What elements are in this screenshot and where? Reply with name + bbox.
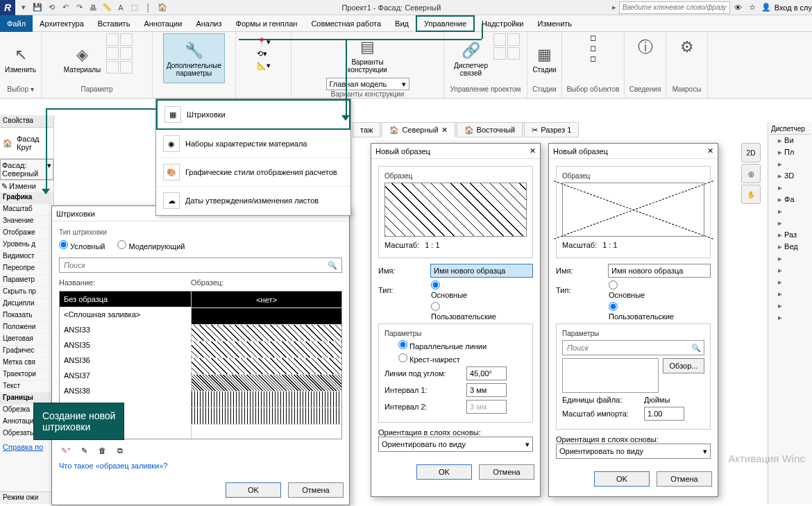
menu-modify[interactable]: Изменить <box>530 15 579 32</box>
phases-button[interactable]: ▦Стадии <box>530 33 559 83</box>
menu-annotations[interactable]: Аннотации <box>137 15 189 32</box>
pattern-row[interactable]: ANSI33 <box>60 322 191 337</box>
signin-text[interactable]: Вход в слу <box>775 3 812 12</box>
custom-search[interactable] <box>563 344 688 352</box>
home-icon[interactable]: 🏠 <box>157 2 168 13</box>
search-input[interactable] <box>619 1 730 14</box>
tree-node[interactable]: Фа <box>770 194 811 205</box>
radio-custom[interactable]: Пользовательские <box>431 302 478 321</box>
thin-lines-icon[interactable]: │ <box>143 2 154 13</box>
property-row[interactable]: Дисципли <box>0 298 53 310</box>
text-icon[interactable]: A <box>115 2 126 13</box>
redo-icon[interactable]: ↷ <box>74 2 85 13</box>
manage-links-button[interactable]: 🔗Диспетчер связей <box>451 33 491 83</box>
radio-basic[interactable]: Основные <box>609 280 656 299</box>
custom-list[interactable] <box>562 358 659 393</box>
tree-node[interactable]: Пл <box>770 146 811 158</box>
cancel-button[interactable]: Отмена <box>288 482 344 498</box>
property-row[interactable]: Переопре <box>0 263 53 275</box>
pattern-name-input[interactable] <box>608 264 711 278</box>
view-tab-east[interactable]: 🏠Восточный <box>457 122 523 137</box>
property-row[interactable]: Графичес <box>0 346 53 357</box>
tree-node[interactable] <box>770 253 811 264</box>
tree-node[interactable]: 3D <box>770 170 811 182</box>
sync-icon[interactable]: ⟲ <box>46 2 57 13</box>
property-row[interactable]: Траектори <box>0 369 53 381</box>
interval1-input[interactable]: 3 мм <box>466 383 507 397</box>
browse-button[interactable]: Обзор... <box>663 358 704 373</box>
radio-custom[interactable]: Пользовательские <box>609 302 656 321</box>
property-row[interactable]: Скрыть пр <box>0 287 53 298</box>
measure-icon[interactable]: 📏 <box>101 2 112 13</box>
tree-node[interactable]: Ви <box>770 135 811 146</box>
view-tab-north[interactable]: 🏠Северный✕ <box>382 122 455 137</box>
property-row[interactable]: Отображе <box>0 228 53 239</box>
close-icon[interactable]: ✕ <box>530 146 536 155</box>
nav-2d-icon[interactable]: 2D <box>741 143 761 162</box>
tree-node[interactable] <box>770 205 811 217</box>
ok-button[interactable]: OK <box>226 482 281 498</box>
dropdown-material-assets[interactable]: ◉Наборы характеристик материала <box>156 130 350 158</box>
radio-parallel[interactable]: Параллельные линии <box>398 340 487 351</box>
property-row[interactable]: Метка свя <box>0 357 53 369</box>
subscribe-icon[interactable]: 👁 <box>733 2 744 13</box>
search-icon[interactable]: 🔍 <box>323 261 341 270</box>
pattern-search[interactable]: 🔍 <box>59 258 342 273</box>
import-scale-input[interactable]: 1.00 <box>644 407 684 421</box>
menu-view[interactable]: Вид <box>388 15 416 32</box>
materials-button[interactable]: ◈Материалы <box>61 33 104 83</box>
menu-file[interactable]: Файл <box>0 15 33 32</box>
tree-node[interactable] <box>770 182 811 194</box>
pattern-row[interactable]: ANSI36 <box>60 353 191 368</box>
view-tab-floor[interactable]: таж <box>353 122 380 137</box>
radio-model[interactable]: Моделирующий <box>117 240 185 251</box>
menu-collab[interactable]: Совместная работа <box>304 15 388 32</box>
delete-pattern-icon[interactable]: 🗑 <box>95 444 109 457</box>
undo-icon[interactable]: ↶ <box>60 2 71 13</box>
dropdown-fill-patterns[interactable]: ▦Штриховки <box>156 99 350 130</box>
info-button[interactable]: ⓘ <box>632 33 659 61</box>
ok-button[interactable]: OK <box>594 471 650 487</box>
property-row[interactable]: Уровень д <box>0 239 53 251</box>
design-option-select[interactable]: Главная модель▾ <box>326 78 409 90</box>
tree-node[interactable] <box>770 300 811 312</box>
property-row[interactable]: Масштаб <box>0 204 53 216</box>
sel-icon2[interactable]: ◻ <box>590 44 596 53</box>
pattern-row[interactable]: ANSI38 <box>60 383 191 398</box>
tree-node[interactable] <box>770 312 811 323</box>
menu-massing[interactable]: Формы и генплан <box>229 15 305 32</box>
tree-node[interactable] <box>770 276 811 288</box>
property-row[interactable]: Видимост <box>0 251 53 263</box>
property-row[interactable]: Положени <box>0 322 53 334</box>
property-row[interactable]: Значение <box>0 216 53 228</box>
edit-pattern-icon[interactable]: ✎ <box>77 444 91 457</box>
tree-node[interactable] <box>770 264 811 276</box>
what-is-fill-link[interactable]: Что такое «образец заливки»? <box>59 462 342 470</box>
view-tab-section[interactable]: ✂Разрез 1 <box>524 122 579 137</box>
pattern-row[interactable]: Без образца <box>60 292 191 307</box>
close-icon[interactable]: ✕ <box>707 146 713 155</box>
macros-button[interactable]: ⚙ <box>673 33 701 61</box>
cancel-button[interactable]: Отмена <box>479 464 534 480</box>
modify-button[interactable]: ↖Изменить <box>2 33 39 83</box>
menu-addins[interactable]: Надстройки <box>475 15 530 32</box>
angle-input[interactable]: 45,00° <box>466 366 507 380</box>
properties-help[interactable]: Справка по <box>0 440 53 454</box>
duplicate-pattern-icon[interactable]: ⧉ <box>113 444 127 457</box>
tree-node[interactable]: Вед <box>770 241 811 253</box>
menu-insert[interactable]: Вставить <box>91 15 137 32</box>
pattern-row[interactable]: ANSI35 <box>60 337 191 353</box>
ok-button[interactable]: OK <box>416 464 472 480</box>
dropdown-analysis-styles[interactable]: 🎨Графические стили отображения расчетов <box>156 158 350 187</box>
pattern-row[interactable]: ANSI37 <box>60 368 191 383</box>
exchange-icon[interactable]: ☆ <box>747 2 758 13</box>
user-icon[interactable]: 👤 <box>761 2 772 13</box>
dropdown-sheet-issues[interactable]: ☁Даты утверждения/изменения листов <box>156 187 350 215</box>
tree-node[interactable] <box>770 217 811 229</box>
property-row[interactable]: Параметр <box>0 275 53 287</box>
tree-node[interactable] <box>770 158 811 170</box>
property-row[interactable]: Показать <box>0 310 53 322</box>
link-small-buttons[interactable] <box>493 33 520 60</box>
sel-icon1[interactable]: ◻ <box>590 33 596 42</box>
save-icon[interactable]: 💾 <box>32 2 43 13</box>
